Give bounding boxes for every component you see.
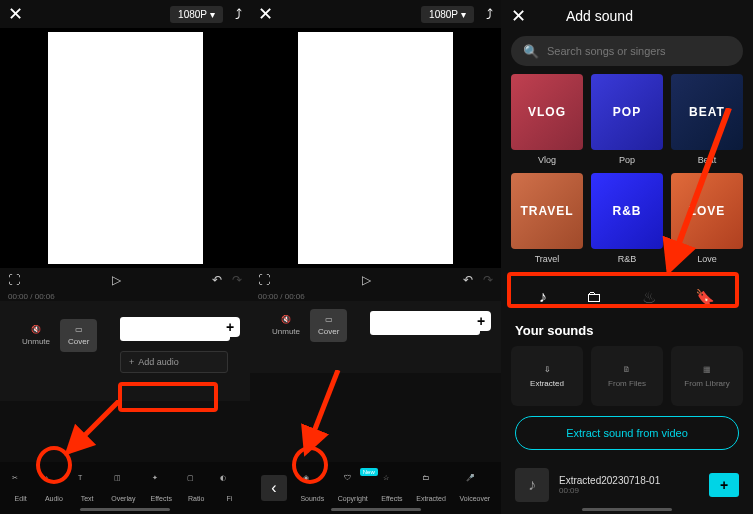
panel-title: Add sound [566,8,633,24]
cover-button[interactable]: ▭ Cover [310,309,347,342]
canvas-preview[interactable] [0,28,250,268]
canvas-preview[interactable] [250,28,501,268]
back-button[interactable]: ‹ [261,475,287,501]
redo-icon[interactable]: ↷ [483,273,493,287]
genre-tile: POP [591,74,663,150]
extract-sound-button[interactable]: Extract sound from video [515,416,739,450]
unmute-label: Unmute [272,327,300,336]
tiktok-icon[interactable]: ♪ [539,288,547,307]
add-audio-label: Add audio [138,357,179,367]
timecode: 00:00 / 00:06 [250,292,501,301]
fullscreen-icon[interactable]: ⛶ [8,273,20,287]
add-clip-button[interactable]: + [220,317,240,337]
unmute-button[interactable]: 🔇 Unmute [272,315,300,336]
sound-item[interactable]: ♪ Extracted20230718-01 00:09 + [501,460,753,510]
scissors-icon: ✂ [12,474,30,492]
toolbar-copyright[interactable]: New🛡Copyright [338,474,368,502]
home-indicator [80,508,170,511]
timeline[interactable]: 🔇 Unmute ▭ Cover + +Add audio [0,301,250,401]
toolbar-effects[interactable]: ☆Effects [381,474,402,502]
toolbar-voiceover[interactable]: 🎤Voiceover [459,474,490,502]
fullscreen-icon[interactable]: ⛶ [258,273,270,287]
cover-button[interactable]: ▭ Cover [60,319,97,352]
genre-tile: R&B [591,173,663,249]
genre-label: Pop [619,155,635,165]
canvas [48,32,203,264]
export-icon[interactable]: ⤴ [486,6,493,22]
toolbar-filter[interactable]: ◐Fi [220,474,238,502]
search-bar[interactable]: 🔍 [511,36,743,66]
unmute-button[interactable]: 🔇 Unmute [22,325,50,346]
export-icon[interactable]: ⤴ [235,6,242,22]
plus-icon: + [129,357,134,367]
genre-tile: VLOG [511,74,583,150]
sound-name: Extracted20230718-01 [559,475,699,486]
genre-label: R&B [618,254,637,264]
add-audio-button[interactable]: +Add audio [120,351,228,373]
close-icon[interactable]: ✕ [258,3,273,25]
sound-duration: 00:09 [559,486,699,495]
overlay-icon: ◫ [114,474,132,492]
timeline[interactable]: 🔇 Unmute ▭ Cover + [250,301,501,373]
card-from-library[interactable]: ▦From Library [671,346,743,406]
add-clip-button[interactable]: + [471,311,491,331]
genre-pop[interactable]: POPPop [591,74,663,165]
close-icon[interactable]: ✕ [8,3,23,25]
shield-icon: 🛡 [344,474,362,492]
redo-icon[interactable]: ↷ [232,273,242,287]
library-icon: ▦ [703,365,711,374]
undo-icon[interactable]: ↶ [212,273,222,287]
toolbar-sounds[interactable]: ◉Sounds [300,474,324,502]
card-from-files[interactable]: 🗎From Files [591,346,663,406]
toolbar-extracted[interactable]: 🗀Extracted [416,474,446,502]
home-indicator [331,508,421,511]
your-sounds-heading: Your sounds [501,315,753,346]
video-track[interactable] [120,317,230,341]
add-sound-button[interactable]: + [709,473,739,497]
play-icon[interactable]: ▷ [112,273,121,287]
speaker-muted-icon: 🔇 [281,315,291,324]
toolbar-effects[interactable]: ✦Effects [151,474,172,502]
folder-icon[interactable]: 🗀 [586,288,602,307]
video-track[interactable] [370,311,480,335]
genre-label: Vlog [538,155,556,165]
resolution-label: 1080P [178,9,207,20]
speaker-muted-icon: 🔇 [31,325,41,334]
cover-label: Cover [68,337,89,346]
card-extracted[interactable]: ⇩Extracted [511,346,583,406]
canvas [298,32,453,264]
resolution-dropdown[interactable]: 1080P▾ [170,6,223,23]
toolbar-edit[interactable]: ✂Edit [12,474,30,502]
text-icon: T [78,474,96,492]
flame-icon[interactable]: ♨ [642,288,656,307]
mic-icon: 🎤 [466,474,484,492]
svg-line-2 [669,108,729,270]
resolution-label: 1080P [429,9,458,20]
undo-icon[interactable]: ↶ [463,273,473,287]
home-indicator [582,508,672,511]
svg-line-1 [306,370,338,452]
cover-label: Cover [318,327,339,336]
timecode: 00:00 / 00:06 [0,292,250,301]
toolbar-ratio[interactable]: ▢Ratio [187,474,205,502]
genre-tile: TRAVEL [511,173,583,249]
resolution-dropdown[interactable]: 1080P▾ [421,6,474,23]
genre-label: Travel [535,254,560,264]
play-icon[interactable]: ▷ [362,273,371,287]
ratio-icon: ▢ [187,474,205,492]
toolbar-audio[interactable]: ♪Audio [45,474,63,502]
genre-vlog[interactable]: VLOGVlog [511,74,583,165]
genre-rb[interactable]: R&BR&B [591,173,663,264]
close-icon[interactable]: ✕ [511,5,526,27]
bookmark-icon[interactable]: 🔖 [695,288,715,307]
sound-thumb: ♪ [515,468,549,502]
star-icon: ☆ [383,474,401,492]
search-input[interactable] [547,45,731,57]
genre-travel[interactable]: TRAVELTravel [511,173,583,264]
music-disc-icon: ◉ [303,474,321,492]
svg-line-0 [68,400,120,452]
new-badge: New [360,468,378,476]
toolbar-overlay[interactable]: ◫Overlay [111,474,135,502]
music-note-icon: ♪ [45,474,63,492]
toolbar-text[interactable]: TText [78,474,96,502]
